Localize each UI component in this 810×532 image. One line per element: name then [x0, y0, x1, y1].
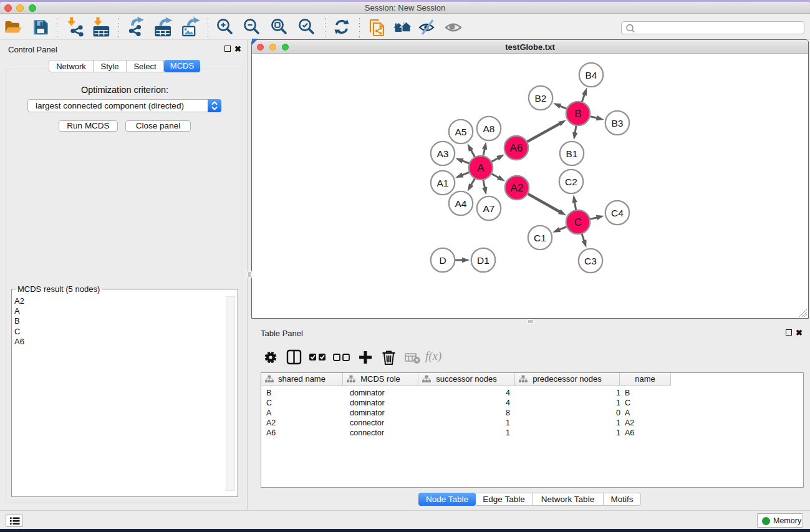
svg-text:A: A: [477, 162, 485, 174]
svg-text:C1: C1: [534, 233, 546, 243]
svg-text:B4: B4: [586, 70, 597, 80]
svg-text:A2: A2: [511, 182, 524, 194]
svg-text:A6: A6: [510, 142, 523, 154]
svg-text:D1: D1: [477, 255, 489, 266]
svg-text:B2: B2: [535, 93, 547, 104]
svg-text:B3: B3: [612, 118, 624, 128]
svg-text:A3: A3: [437, 148, 449, 159]
svg-text:B: B: [574, 108, 581, 120]
svg-text:B1: B1: [566, 148, 578, 159]
svg-text:A1: A1: [437, 178, 449, 188]
svg-text:A4: A4: [455, 198, 467, 209]
svg-text:C4: C4: [611, 208, 624, 218]
svg-text:C: C: [574, 216, 582, 228]
svg-text:C2: C2: [565, 177, 577, 187]
svg-text:A8: A8: [483, 123, 495, 134]
svg-text:A7: A7: [483, 203, 495, 214]
svg-text:A5: A5: [455, 127, 467, 137]
svg-text:C3: C3: [584, 256, 597, 266]
svg-text:D: D: [439, 255, 446, 266]
